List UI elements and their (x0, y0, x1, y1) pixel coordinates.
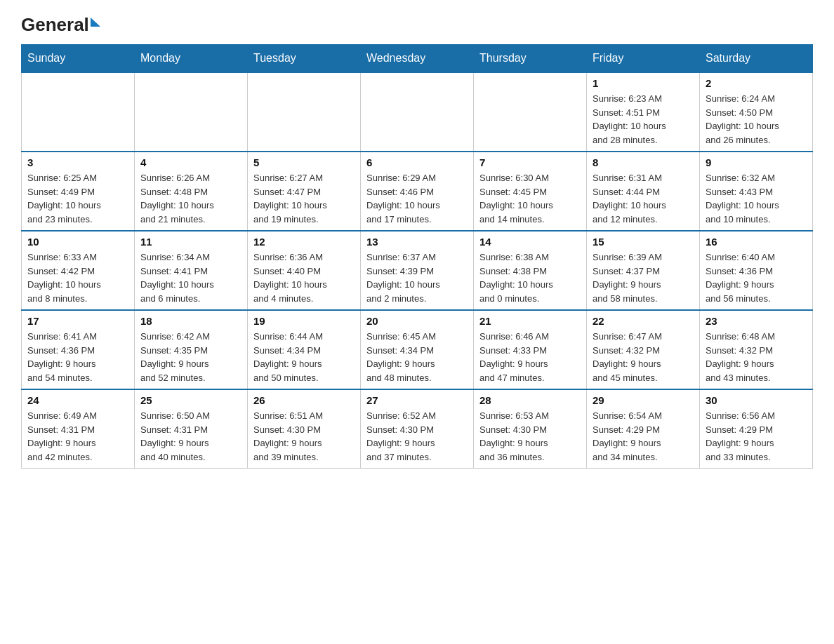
day-info: Sunrise: 6:38 AM Sunset: 4:38 PM Dayligh… (479, 250, 581, 305)
day-info: Sunrise: 6:50 AM Sunset: 4:31 PM Dayligh… (140, 409, 241, 464)
day-info: Sunrise: 6:44 AM Sunset: 4:34 PM Dayligh… (253, 330, 355, 384)
weekday-header-row: SundayMondayTuesdayWednesdayThursdayFrid… (22, 45, 813, 73)
calendar-cell: 6Sunrise: 6:29 AM Sunset: 4:46 PM Daylig… (361, 152, 474, 231)
calendar-cell: 26Sunrise: 6:51 AM Sunset: 4:30 PM Dayli… (248, 389, 361, 469)
day-number: 11 (140, 236, 241, 248)
calendar-cell: 2Sunrise: 6:24 AM Sunset: 4:50 PM Daylig… (700, 72, 813, 152)
calendar-cell: 16Sunrise: 6:40 AM Sunset: 4:36 PM Dayli… (700, 231, 813, 310)
day-number: 13 (366, 236, 468, 248)
day-number: 6 (366, 156, 468, 168)
calendar-cell: 27Sunrise: 6:52 AM Sunset: 4:30 PM Dayli… (361, 389, 474, 469)
day-info: Sunrise: 6:48 AM Sunset: 4:32 PM Dayligh… (706, 330, 807, 384)
weekday-header-tuesday: Tuesday (248, 45, 361, 73)
day-info: Sunrise: 6:51 AM Sunset: 4:30 PM Dayligh… (253, 409, 355, 464)
day-number: 1 (593, 77, 694, 89)
day-info: Sunrise: 6:36 AM Sunset: 4:40 PM Dayligh… (253, 250, 355, 305)
day-info: Sunrise: 6:27 AM Sunset: 4:47 PM Dayligh… (253, 171, 355, 226)
day-number: 3 (27, 156, 128, 168)
calendar-cell (22, 72, 135, 152)
day-number: 18 (140, 315, 241, 327)
day-number: 7 (479, 156, 581, 168)
calendar-table: SundayMondayTuesdayWednesdayThursdayFrid… (21, 44, 813, 469)
page-header: General (21, 14, 813, 33)
day-info: Sunrise: 6:52 AM Sunset: 4:30 PM Dayligh… (366, 409, 468, 464)
day-number: 28 (479, 394, 581, 406)
calendar-cell: 8Sunrise: 6:31 AM Sunset: 4:44 PM Daylig… (587, 152, 700, 231)
calendar-week-row: 10Sunrise: 6:33 AM Sunset: 4:42 PM Dayli… (22, 231, 813, 310)
logo-triangle-icon (91, 18, 100, 27)
day-number: 30 (706, 394, 807, 406)
calendar-cell: 24Sunrise: 6:49 AM Sunset: 4:31 PM Dayli… (22, 389, 135, 469)
calendar-cell: 1Sunrise: 6:23 AM Sunset: 4:51 PM Daylig… (587, 72, 700, 152)
calendar-week-row: 1Sunrise: 6:23 AM Sunset: 4:51 PM Daylig… (22, 72, 813, 152)
calendar-cell: 29Sunrise: 6:54 AM Sunset: 4:29 PM Dayli… (587, 389, 700, 469)
calendar-cell: 15Sunrise: 6:39 AM Sunset: 4:37 PM Dayli… (587, 231, 700, 310)
day-info: Sunrise: 6:33 AM Sunset: 4:42 PM Dayligh… (27, 250, 128, 305)
day-info: Sunrise: 6:54 AM Sunset: 4:29 PM Dayligh… (593, 409, 694, 464)
day-number: 9 (706, 156, 807, 168)
day-info: Sunrise: 6:53 AM Sunset: 4:30 PM Dayligh… (479, 409, 581, 464)
calendar-week-row: 3Sunrise: 6:25 AM Sunset: 4:49 PM Daylig… (22, 152, 813, 231)
calendar-cell (135, 72, 248, 152)
calendar-cell: 22Sunrise: 6:47 AM Sunset: 4:32 PM Dayli… (587, 310, 700, 389)
weekday-header-monday: Monday (135, 45, 248, 73)
calendar-cell: 23Sunrise: 6:48 AM Sunset: 4:32 PM Dayli… (700, 310, 813, 389)
day-info: Sunrise: 6:42 AM Sunset: 4:35 PM Dayligh… (140, 330, 241, 384)
day-info: Sunrise: 6:29 AM Sunset: 4:46 PM Dayligh… (366, 171, 468, 226)
calendar-cell: 5Sunrise: 6:27 AM Sunset: 4:47 PM Daylig… (248, 152, 361, 231)
calendar-cell: 10Sunrise: 6:33 AM Sunset: 4:42 PM Dayli… (22, 231, 135, 310)
day-info: Sunrise: 6:26 AM Sunset: 4:48 PM Dayligh… (140, 171, 241, 226)
day-info: Sunrise: 6:46 AM Sunset: 4:33 PM Dayligh… (479, 330, 581, 384)
day-info: Sunrise: 6:39 AM Sunset: 4:37 PM Dayligh… (593, 250, 694, 305)
calendar-cell (361, 72, 474, 152)
calendar-cell: 11Sunrise: 6:34 AM Sunset: 4:41 PM Dayli… (135, 231, 248, 310)
weekday-header-wednesday: Wednesday (361, 45, 474, 73)
calendar-cell: 21Sunrise: 6:46 AM Sunset: 4:33 PM Dayli… (474, 310, 587, 389)
day-number: 23 (706, 315, 807, 327)
day-info: Sunrise: 6:56 AM Sunset: 4:29 PM Dayligh… (706, 409, 807, 464)
day-number: 19 (253, 315, 355, 327)
calendar-cell: 18Sunrise: 6:42 AM Sunset: 4:35 PM Dayli… (135, 310, 248, 389)
day-number: 4 (140, 156, 241, 168)
weekday-header-friday: Friday (587, 45, 700, 73)
day-number: 17 (27, 315, 128, 327)
day-info: Sunrise: 6:41 AM Sunset: 4:36 PM Dayligh… (27, 330, 128, 384)
calendar-cell: 28Sunrise: 6:53 AM Sunset: 4:30 PM Dayli… (474, 389, 587, 469)
calendar-cell (248, 72, 361, 152)
day-number: 14 (479, 236, 581, 248)
day-number: 8 (593, 156, 694, 168)
day-info: Sunrise: 6:34 AM Sunset: 4:41 PM Dayligh… (140, 250, 241, 305)
day-number: 10 (27, 236, 128, 248)
calendar-cell: 12Sunrise: 6:36 AM Sunset: 4:40 PM Dayli… (248, 231, 361, 310)
calendar-cell: 19Sunrise: 6:44 AM Sunset: 4:34 PM Dayli… (248, 310, 361, 389)
day-info: Sunrise: 6:24 AM Sunset: 4:50 PM Dayligh… (706, 92, 807, 147)
day-number: 16 (706, 236, 807, 248)
calendar-cell: 17Sunrise: 6:41 AM Sunset: 4:36 PM Dayli… (22, 310, 135, 389)
day-number: 21 (479, 315, 581, 327)
day-info: Sunrise: 6:31 AM Sunset: 4:44 PM Dayligh… (593, 171, 694, 226)
calendar-week-row: 17Sunrise: 6:41 AM Sunset: 4:36 PM Dayli… (22, 310, 813, 389)
day-number: 12 (253, 236, 355, 248)
day-info: Sunrise: 6:40 AM Sunset: 4:36 PM Dayligh… (706, 250, 807, 305)
calendar-cell: 14Sunrise: 6:38 AM Sunset: 4:38 PM Dayli… (474, 231, 587, 310)
calendar-cell: 3Sunrise: 6:25 AM Sunset: 4:49 PM Daylig… (22, 152, 135, 231)
calendar-cell (474, 72, 587, 152)
calendar-cell: 4Sunrise: 6:26 AM Sunset: 4:48 PM Daylig… (135, 152, 248, 231)
day-info: Sunrise: 6:47 AM Sunset: 4:32 PM Dayligh… (593, 330, 694, 384)
day-number: 2 (706, 77, 807, 89)
day-number: 15 (593, 236, 694, 248)
weekday-header-sunday: Sunday (22, 45, 135, 73)
day-number: 25 (140, 394, 241, 406)
logo-general-text: General (21, 14, 89, 36)
calendar-week-row: 24Sunrise: 6:49 AM Sunset: 4:31 PM Dayli… (22, 389, 813, 469)
day-info: Sunrise: 6:32 AM Sunset: 4:43 PM Dayligh… (706, 171, 807, 226)
day-info: Sunrise: 6:49 AM Sunset: 4:31 PM Dayligh… (27, 409, 128, 464)
weekday-header-thursday: Thursday (474, 45, 587, 73)
day-info: Sunrise: 6:37 AM Sunset: 4:39 PM Dayligh… (366, 250, 468, 305)
logo: General (21, 14, 100, 33)
calendar-cell: 20Sunrise: 6:45 AM Sunset: 4:34 PM Dayli… (361, 310, 474, 389)
day-number: 20 (366, 315, 468, 327)
calendar-cell: 9Sunrise: 6:32 AM Sunset: 4:43 PM Daylig… (700, 152, 813, 231)
day-number: 5 (253, 156, 355, 168)
day-info: Sunrise: 6:30 AM Sunset: 4:45 PM Dayligh… (479, 171, 581, 226)
